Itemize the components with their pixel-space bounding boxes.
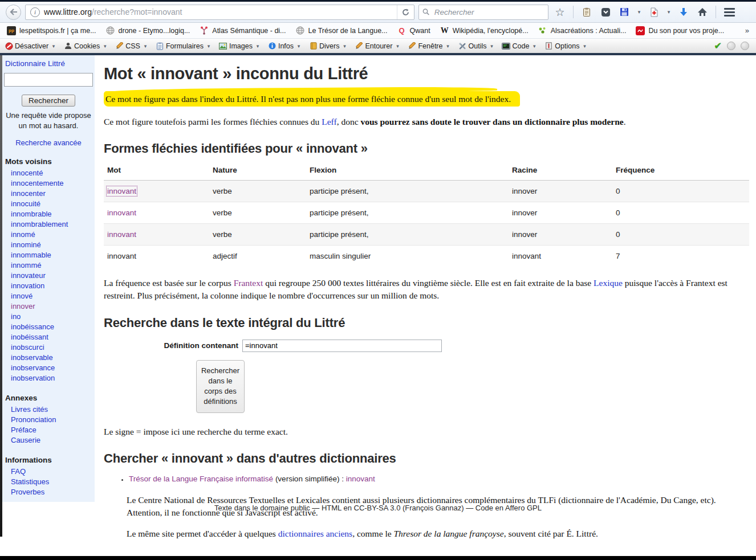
devbar-menu-formulaires[interactable]: Formulaires▾ (156, 42, 212, 50)
bookmark-lespetitspois[interactable]: pp lespetitspois.fr | ça me... (7, 26, 96, 35)
search-icon (422, 8, 430, 16)
devbar-menu-divers[interactable]: Divers▾ (309, 42, 348, 50)
clipboard-button[interactable] (579, 5, 594, 20)
menu-caret: ▾ (531, 43, 538, 49)
home-button[interactable] (695, 5, 710, 20)
neighbor-word-link[interactable]: innominé (2, 240, 95, 250)
neighbor-word-link-visited[interactable]: innover (2, 301, 95, 312)
definition-search-button[interactable]: Rechercher dans le corps des définitions (196, 360, 245, 413)
menu-button[interactable] (722, 5, 737, 20)
neighbor-word-link[interactable]: innové (2, 291, 95, 301)
devbar-menu-images[interactable]: Images▾ (219, 42, 261, 50)
monitor-icon (502, 42, 510, 50)
annex-link[interactable]: Livres cités (2, 404, 95, 415)
definition-input[interactable] (242, 340, 442, 352)
word-link[interactable]: innovant (107, 230, 136, 239)
bookmark-atlas-semantique[interactable]: Atlas Sémantique - di... (200, 26, 286, 35)
frequency-note: La fréquence est basée sur le corpus Fra… (104, 277, 749, 301)
globe-favicon (296, 26, 305, 35)
bookmark-alsacreations[interactable]: Alsacréations : Actuali... (538, 26, 627, 35)
word-link[interactable]: innovant (107, 209, 136, 217)
frantext-link[interactable]: Frantext (234, 278, 263, 288)
other-dictionaries-list: Trésor de la Langue Française informatis… (104, 474, 750, 485)
cell-frequence: 0 (612, 224, 749, 246)
status-dot-icon[interactable] (741, 42, 749, 50)
neighbor-word-link[interactable]: inobservable (2, 353, 95, 363)
sidebar-search-button[interactable]: Rechercher (22, 95, 75, 107)
devbar-menu-entourer[interactable]: Entourer▾ (355, 42, 401, 50)
bookmark-star-button[interactable]: ☆ (552, 5, 567, 20)
neighbor-word-link[interactable]: ino (2, 312, 95, 322)
cell-racine: innovant (509, 246, 612, 267)
devbar-menu-fenetre[interactable]: Fenêtre▾ (408, 42, 451, 50)
validation-check-icon[interactable]: ✔ (714, 40, 722, 51)
bookmark-tresor-langue[interactable]: Le Trésor de la Langue... (296, 26, 388, 35)
floppy-disk-icon (620, 7, 629, 17)
devbar-label: Désactiver (15, 42, 48, 50)
neighbor-word-link[interactable]: innombrable (2, 209, 95, 219)
annex-link[interactable]: Prononciation (2, 415, 95, 425)
sidebar: Dictionnaire Littré Rechercher Une requê… (2, 55, 95, 502)
bookmark-qwant[interactable]: Q Qwant (397, 26, 430, 35)
neighbor-word-link[interactable]: inobéissance (2, 322, 95, 332)
information-link[interactable]: FAQ (2, 467, 95, 477)
annex-link[interactable]: Causerie (2, 435, 95, 445)
browser-search-input[interactable] (433, 7, 544, 17)
reload-button[interactable] (397, 5, 414, 19)
neighbor-word-link[interactable]: innocenter (2, 189, 95, 199)
bookmarks-overflow-chevron[interactable]: » (745, 26, 749, 35)
neighbor-word-link[interactable]: innovation (2, 281, 95, 291)
neighbor-word-link[interactable]: inobéissant (2, 332, 95, 342)
information-link[interactable]: Statistiques (2, 477, 95, 487)
neighbor-word-link[interactable]: inobservation (2, 373, 95, 383)
annex-link[interactable]: Préface (2, 425, 95, 435)
downloads-button[interactable] (676, 5, 691, 20)
url-bar[interactable]: i www.littre.org/recherche?mot=innovant (25, 5, 414, 20)
devbar-menu-options[interactable]: Options▾ (544, 42, 588, 50)
information-link[interactable]: Proverbes (2, 487, 95, 497)
bookmark-duson[interactable]: Du son pour vos proje... (636, 26, 724, 35)
devbar-menu-infos[interactable]: Infos▾ (268, 42, 302, 50)
save-dropdown-caret[interactable]: ▾ (636, 9, 643, 15)
advanced-search-link[interactable]: Recherche avancée (2, 138, 95, 147)
cell-frequence: 7 (612, 246, 749, 267)
neighbor-word-link[interactable]: innovateur (2, 271, 95, 281)
neighbor-word-link[interactable]: innocuité (2, 199, 95, 209)
neighbors-heading: Mots voisins (2, 147, 95, 168)
sidebar-search-input[interactable] (4, 73, 93, 87)
column-header: Flexion (306, 161, 509, 181)
back-button[interactable] (6, 5, 21, 20)
pencil-icon (355, 42, 363, 50)
neighbor-word-link[interactable]: innomé (2, 230, 95, 240)
neighbor-word-link[interactable]: innocentemente (2, 178, 95, 189)
tlfi-link[interactable]: Trésor de la Langue Française informatis… (129, 475, 273, 483)
neighbor-word-link[interactable]: innombrablement (2, 219, 95, 230)
neighbor-word-link[interactable]: inobservance (2, 363, 95, 373)
browser-search-box[interactable] (418, 5, 548, 20)
devbar-menu-desactiver[interactable]: Désactiver▾ (5, 42, 57, 50)
site-home-link[interactable]: Dictionnaire Littré (2, 59, 95, 68)
status-dot-icon[interactable] (727, 42, 735, 50)
lexique-link[interactable]: Lexique (594, 278, 623, 288)
devbar-menu-css[interactable]: CSS▾ (115, 42, 149, 50)
cell-flexion: participe présent, (306, 181, 509, 202)
neighbor-word-link[interactable]: inobscurci (2, 342, 95, 353)
devbar-menu-outils[interactable]: Outils▾ (458, 42, 495, 50)
old-dictionaries-link[interactable]: dictionnaires anciens (278, 529, 352, 538)
devbar-menu-code[interactable]: Code▾ (502, 42, 538, 50)
neighbor-word-link[interactable]: innommé (2, 260, 95, 271)
neighbor-word-link[interactable]: innommable (2, 250, 95, 260)
page-info-icon[interactable]: i (30, 7, 40, 17)
pocket-button[interactable] (598, 5, 613, 20)
tlfi-word-link[interactable]: innovant (346, 475, 375, 483)
devbar-menu-cookies[interactable]: Cookies▾ (64, 42, 108, 50)
bookmark-drone[interactable]: drone - Etymo...logiq... (106, 26, 190, 35)
save-page-button[interactable] (617, 5, 632, 20)
blocked-content-button[interactable] (647, 5, 661, 20)
neighbor-word-link[interactable]: innocenté (2, 168, 95, 178)
leff-link[interactable]: Leff (322, 117, 336, 126)
bookmark-wikipedia[interactable]: W Wikipédia, l'encyclopé... (440, 26, 529, 35)
word-link[interactable]: innovant (107, 187, 136, 195)
blocked-dropdown-caret[interactable]: ▾ (665, 9, 672, 15)
menu-caret: ▾ (394, 43, 401, 49)
